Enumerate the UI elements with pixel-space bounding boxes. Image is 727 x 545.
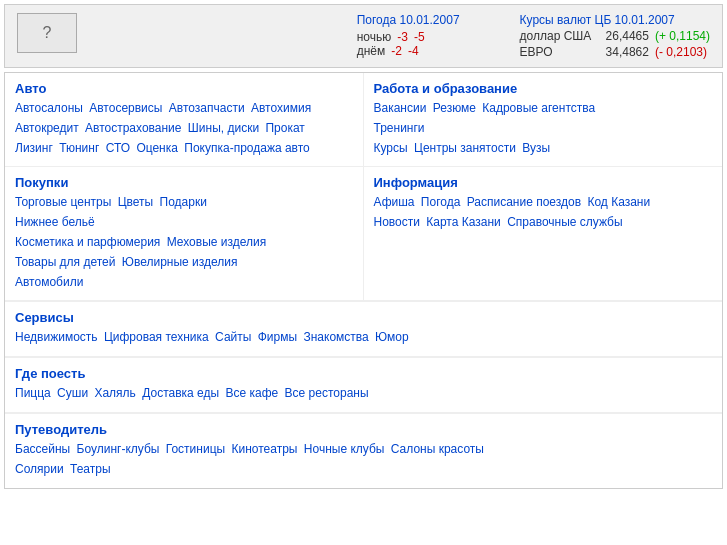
eur-label: ЕВРО bbox=[520, 45, 600, 59]
link-solyarii[interactable]: Солярии bbox=[15, 462, 64, 476]
link-vse-kafe[interactable]: Все кафе bbox=[225, 386, 278, 400]
guide-section: Путеводитель Бассейны Боулинг-клубы Гост… bbox=[5, 413, 722, 488]
link-afisha[interactable]: Афиша bbox=[374, 195, 415, 209]
logo: ? bbox=[17, 13, 77, 53]
link-tsvety[interactable]: Цветы bbox=[118, 195, 154, 209]
guide-links: Бассейны Боулинг-клубы Гостиницы Кинотеа… bbox=[15, 440, 712, 480]
link-tyuning[interactable]: Тюнинг bbox=[59, 141, 99, 155]
link-teatry[interactable]: Театры bbox=[70, 462, 111, 476]
rates-link[interactable]: Курсы валют ЦБ 10.01.2007 bbox=[520, 13, 675, 27]
usd-value: 26,4465 bbox=[606, 29, 649, 43]
link-vakansii[interactable]: Вакансии bbox=[374, 101, 427, 115]
info-section: Информация Афиша Погода Расписание поезд… bbox=[364, 167, 723, 300]
link-dostavka[interactable]: Доставка еды bbox=[142, 386, 219, 400]
link-tovary-detey[interactable]: Товары для детей bbox=[15, 255, 115, 269]
weather-block: Погода 10.01.2007 ночью -3 -5 днём -2 -4 bbox=[357, 13, 460, 59]
link-novosti[interactable]: Новости bbox=[374, 215, 420, 229]
shopping-section: Покупки Торговые центры Цветы Подарки Ни… bbox=[5, 167, 364, 300]
link-spravochnye[interactable]: Справочные службы bbox=[507, 215, 622, 229]
eur-row: ЕВРО 34,4862 (- 0,2103) bbox=[520, 45, 710, 59]
main-content: Авто Автосалоны Автосервисы Автозапчасти… bbox=[4, 72, 723, 489]
link-yuvelir[interactable]: Ювелирные изделия bbox=[122, 255, 238, 269]
link-firmy[interactable]: Фирмы bbox=[258, 330, 297, 344]
link-sayty[interactable]: Сайты bbox=[215, 330, 251, 344]
link-bouling[interactable]: Боулинг-клубы bbox=[77, 442, 160, 456]
link-yumor[interactable]: Юмор bbox=[375, 330, 409, 344]
work-title: Работа и образование bbox=[374, 81, 713, 96]
services-links: Недвижимость Цифровая техника Сайты Фирм… bbox=[15, 328, 712, 348]
link-vuzy[interactable]: Вузы bbox=[522, 141, 550, 155]
info-links: Афиша Погода Расписание поездов Код Каза… bbox=[374, 193, 713, 233]
link-autokredit[interactable]: Автокредит bbox=[15, 121, 79, 135]
link-otsenka[interactable]: Оценка bbox=[136, 141, 178, 155]
link-autohim[interactable]: Автохимия bbox=[251, 101, 311, 115]
link-treningi[interactable]: Тренинги bbox=[374, 121, 425, 135]
link-halyal[interactable]: Халяль bbox=[94, 386, 135, 400]
night-val1: -3 bbox=[397, 30, 408, 44]
auto-title: Авто bbox=[15, 81, 353, 96]
link-nedvizhimost[interactable]: Недвижимость bbox=[15, 330, 98, 344]
shopping-title: Покупки bbox=[15, 175, 353, 190]
link-gostinicy[interactable]: Гостиницы bbox=[166, 442, 225, 456]
page-header: ? Погода 10.01.2007 ночью -3 -5 днём -2 … bbox=[4, 4, 723, 68]
eur-value: 34,4862 bbox=[606, 45, 649, 59]
weather-rows: ночью -3 -5 днём -2 -4 bbox=[357, 30, 460, 58]
day-val2: -4 bbox=[408, 44, 419, 58]
usd-label: доллар США bbox=[520, 29, 600, 43]
link-autosalony[interactable]: Автосалоны bbox=[15, 101, 83, 115]
food-links: Пицца Суши Халяль Доставка еды Все кафе … bbox=[15, 384, 712, 404]
link-pizza[interactable]: Пицца bbox=[15, 386, 51, 400]
food-title: Где поесть bbox=[15, 366, 712, 381]
shopping-links: Торговые центры Цветы Подарки Нижнее бел… bbox=[15, 193, 353, 292]
night-label: ночью bbox=[357, 30, 392, 44]
link-avtomobili[interactable]: Автомобили bbox=[15, 275, 83, 289]
day-val1: -2 bbox=[391, 44, 402, 58]
link-raspisanie[interactable]: Расписание поездов bbox=[467, 195, 581, 209]
link-nizhnee[interactable]: Нижнее бельё bbox=[15, 215, 95, 229]
guide-title: Путеводитель bbox=[15, 422, 712, 437]
link-sto[interactable]: СТО bbox=[106, 141, 130, 155]
link-kinoteatry[interactable]: Кинотеатры bbox=[232, 442, 298, 456]
services-title: Сервисы bbox=[15, 310, 712, 325]
weather-day: днём -2 -4 bbox=[357, 44, 460, 58]
night-val2: -5 bbox=[414, 30, 425, 44]
link-salony[interactable]: Салоны красоты bbox=[391, 442, 484, 456]
weather-night: ночью -3 -5 bbox=[357, 30, 460, 44]
link-rezyume[interactable]: Резюме bbox=[433, 101, 476, 115]
link-vse-restorany[interactable]: Все рестораны bbox=[285, 386, 369, 400]
link-sushi[interactable]: Суши bbox=[57, 386, 88, 400]
rates-block: Курсы валют ЦБ 10.01.2007 доллар США 26,… bbox=[520, 13, 710, 59]
link-shiny[interactable]: Шины, диски bbox=[188, 121, 259, 135]
link-kosmetika[interactable]: Косметика и парфюмерия bbox=[15, 235, 160, 249]
services-section: Сервисы Недвижимость Цифровая техника Са… bbox=[5, 301, 722, 356]
top-sections-grid: Авто Автосалоны Автосервисы Автозапчасти… bbox=[5, 73, 722, 488]
work-links: Вакансии Резюме Кадровые агентства Трени… bbox=[374, 99, 713, 158]
link-basseyny[interactable]: Бассейны bbox=[15, 442, 70, 456]
link-autostrakh[interactable]: Автострахование bbox=[85, 121, 181, 135]
link-znakomstva[interactable]: Знакомства bbox=[303, 330, 368, 344]
link-kod-kazani[interactable]: Код Казани bbox=[587, 195, 650, 209]
link-nochnye[interactable]: Ночные клубы bbox=[304, 442, 385, 456]
usd-row: доллар США 26,4465 (+ 0,1154) bbox=[520, 29, 710, 43]
link-prokat[interactable]: Прокат bbox=[265, 121, 304, 135]
link-autozap[interactable]: Автозапчасти bbox=[169, 101, 245, 115]
link-tsentry[interactable]: Центры занятости bbox=[414, 141, 516, 155]
food-section: Где поесть Пицца Суши Халяль Доставка ед… bbox=[5, 357, 722, 412]
link-karta[interactable]: Карта Казани bbox=[426, 215, 500, 229]
auto-section: Авто Автосалоны Автосервисы Автозапчасти… bbox=[5, 73, 364, 166]
link-pokupka-avto[interactable]: Покупка-продажа авто bbox=[184, 141, 309, 155]
link-kadrovye[interactable]: Кадровые агентства bbox=[482, 101, 595, 115]
link-lizing[interactable]: Лизинг bbox=[15, 141, 53, 155]
link-podarki[interactable]: Подарки bbox=[160, 195, 207, 209]
link-tsifrovaya[interactable]: Цифровая техника bbox=[104, 330, 209, 344]
auto-links: Автосалоны Автосервисы Автозапчасти Авто… bbox=[15, 99, 353, 158]
link-autoserv[interactable]: Автосервисы bbox=[89, 101, 162, 115]
link-torg-tsentry[interactable]: Торговые центры bbox=[15, 195, 111, 209]
link-pogoda[interactable]: Погода bbox=[421, 195, 461, 209]
logo-icon: ? bbox=[43, 24, 52, 42]
link-mekhovye[interactable]: Меховые изделия bbox=[167, 235, 267, 249]
day-label: днём bbox=[357, 44, 386, 58]
weather-link[interactable]: Погода 10.01.2007 bbox=[357, 13, 460, 27]
link-kursy[interactable]: Курсы bbox=[374, 141, 408, 155]
usd-change: (+ 0,1154) bbox=[655, 29, 710, 43]
